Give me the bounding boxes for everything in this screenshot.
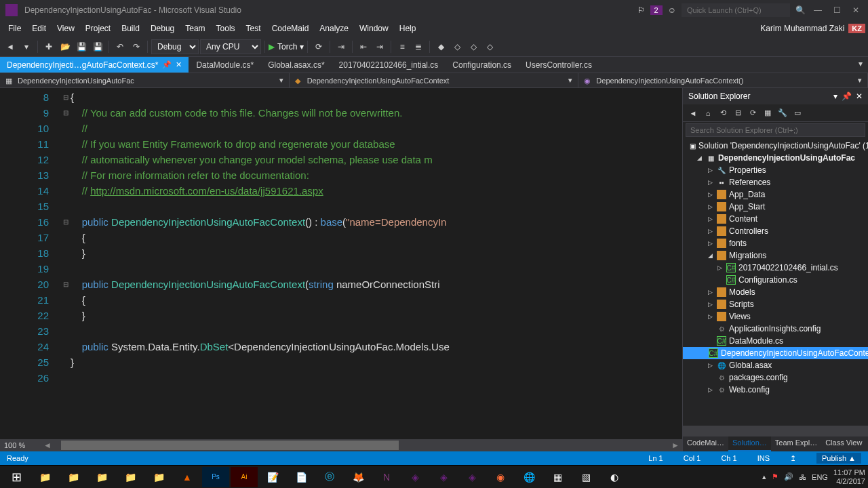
explorer-icon[interactable]: 📁 — [31, 467, 58, 487]
menu-test[interactable]: Test — [241, 22, 267, 35]
save-all-button[interactable]: 💾 — [90, 39, 105, 54]
explorer-icon-3[interactable]: 📁 — [88, 467, 115, 487]
menu-debug[interactable]: Debug — [145, 22, 180, 35]
config-select[interactable]: Debug — [151, 39, 199, 54]
tree-node[interactable]: ▷Controllers — [683, 225, 868, 237]
signed-in-user[interactable]: Karim Muhammad Zaki — [760, 24, 844, 33]
expand-icon[interactable]: ▷ — [706, 289, 714, 296]
menu-edit[interactable]: Edit — [26, 22, 52, 35]
tree-node[interactable]: ⚙packages.config — [683, 371, 868, 384]
photoshop-icon[interactable]: Ps — [202, 467, 229, 487]
menu-team[interactable]: Team — [180, 22, 210, 35]
solution-root[interactable]: ▣Solution 'DependencyInjectionUsingAutoF… — [683, 140, 868, 152]
expand-icon[interactable]: ▷ — [715, 264, 724, 271]
next-bookmark-button[interactable]: ◇ — [466, 39, 481, 54]
menu-file[interactable]: File — [3, 22, 26, 35]
start-button[interactable]: ⊞ — [3, 467, 30, 487]
zoom-level[interactable]: 100 % — [0, 441, 41, 449]
vs-icon-1[interactable]: ◈ — [401, 467, 429, 487]
prev-bookmark-button[interactable]: ◇ — [450, 39, 465, 54]
app-icon-2[interactable]: ▧ — [572, 467, 599, 487]
system-tray[interactable]: ▴ ⚑ 🔊 🖧 ENG 11:07 PM 4/2/2017 — [762, 468, 865, 485]
expand-icon[interactable]: ▷ — [706, 301, 714, 308]
tray-lang[interactable]: ENG — [812, 473, 828, 481]
editor-tab[interactable]: Global.asax.cs* — [261, 57, 332, 73]
editor-tab[interactable]: UsersController.cs — [519, 57, 599, 73]
menu-tools[interactable]: Tools — [211, 22, 241, 35]
properties-icon[interactable]: 🔧 — [776, 107, 789, 119]
chrome-icon[interactable]: 🌐 — [515, 467, 542, 487]
nav-class[interactable]: ◆DependencyInjectionUsingAutoFacContext▾ — [290, 73, 579, 87]
tree-node[interactable]: ▷Models — [683, 286, 868, 298]
run-button[interactable]: ▶Torch ▾ — [269, 42, 304, 52]
search-icon[interactable]: 🔍 — [795, 5, 806, 15]
firefox-icon[interactable]: 🦊 — [344, 467, 372, 487]
expand-icon[interactable]: ▷ — [706, 240, 714, 247]
tab-close-icon[interactable]: ✕ — [176, 60, 182, 69]
expand-icon[interactable]: ▷ — [706, 362, 714, 369]
browser-link-button[interactable]: ⟳ — [311, 39, 326, 54]
notepad-icon[interactable]: 📝 — [259, 467, 286, 487]
notepadpp-icon[interactable]: 📄 — [288, 467, 315, 487]
back-icon[interactable]: ◄ — [687, 107, 699, 119]
project-node[interactable]: ◢▦DependencyInjectionUsingAutoFac — [683, 152, 868, 164]
user-initials-badge[interactable]: KZ — [848, 24, 865, 33]
editor-tab[interactable]: Configuration.cs — [446, 57, 519, 73]
show-all-icon[interactable]: ▦ — [762, 107, 774, 119]
tree-node[interactable]: ▷⚙Web.config — [683, 384, 868, 396]
menu-view[interactable]: View — [52, 22, 80, 35]
new-button[interactable]: ✚ — [41, 39, 56, 54]
postman-icon[interactable]: ◉ — [487, 467, 514, 487]
tree-node[interactable]: ▷App_Start — [683, 201, 868, 213]
collapse-icon[interactable]: ⊟ — [732, 107, 744, 119]
expand-icon[interactable]: ▷ — [706, 313, 714, 320]
code-area[interactable]: { // You can add custom code to this fil… — [71, 88, 682, 439]
side-tab[interactable]: Solution… — [728, 436, 771, 451]
solution-search-input[interactable] — [686, 123, 865, 137]
tree-node[interactable]: ▷C#201704022102466_intial.cs — [683, 262, 868, 274]
editor-tab[interactable]: 201704022102466_intial.cs — [332, 57, 446, 73]
tree-node[interactable]: ▷Scripts — [683, 298, 868, 310]
hscroll-thumb[interactable] — [61, 441, 399, 450]
expand-icon[interactable]: ▷ — [706, 386, 714, 393]
platform-select[interactable]: Any CPU — [200, 39, 261, 54]
app-icon[interactable]: ▦ — [544, 467, 571, 487]
sync-icon[interactable]: ⟲ — [717, 107, 729, 119]
menu-window[interactable]: Window — [354, 22, 394, 35]
publish-button[interactable]: Publish ▲ — [816, 453, 861, 464]
comment-button[interactable]: ≡ — [395, 39, 410, 54]
dropdown-icon[interactable]: ▾ — [833, 92, 837, 101]
tree-node[interactable]: ▷🔧Properties — [683, 164, 868, 176]
side-tab[interactable]: Team Expl… — [771, 436, 821, 451]
nav-member[interactable]: ◉DependencyInjectionUsingAutoFacContext(… — [578, 73, 868, 87]
bookmark-button[interactable]: ◆ — [433, 39, 448, 54]
tray-volume-icon[interactable]: 🔊 — [784, 472, 793, 481]
expand-icon[interactable]: ◢ — [706, 252, 714, 259]
expand-icon[interactable]: ▷ — [706, 216, 714, 222]
notification-badge[interactable]: 2 — [650, 5, 663, 15]
tree-node[interactable]: ⚙ApplicationInsights.config — [683, 323, 868, 335]
editor-hscroll[interactable]: 100 % ◄ ► — [0, 439, 682, 451]
expand-icon[interactable]: ▷ — [706, 228, 714, 235]
indent-button[interactable]: ⇤ — [356, 39, 371, 54]
tree-node[interactable]: ▷🌐Global.asax — [683, 359, 868, 371]
vlc-icon[interactable]: ▲ — [174, 467, 201, 487]
open-button[interactable]: 📂 — [58, 39, 73, 54]
save-button[interactable]: 💾 — [74, 39, 89, 54]
expand-icon[interactable]: ▷ — [706, 179, 714, 186]
clear-bookmark-button[interactable]: ◇ — [482, 39, 497, 54]
minimize-button[interactable]: — — [811, 3, 825, 17]
menu-analyze[interactable]: Analyze — [314, 22, 354, 35]
pin-icon[interactable]: 📌 — [162, 60, 172, 69]
expand-icon[interactable]: ▷ — [706, 191, 714, 198]
menu-build[interactable]: Build — [116, 22, 145, 35]
step-button[interactable]: ⇥ — [334, 39, 349, 54]
app-icon-3[interactable]: ◐ — [601, 467, 628, 487]
tree-node[interactable]: ▷App_Data — [683, 188, 868, 201]
back-button[interactable]: ◄ — [3, 39, 18, 54]
explorer-icon-2[interactable]: 📁 — [60, 467, 87, 487]
home-icon[interactable]: ⌂ — [702, 107, 714, 119]
solution-tree[interactable]: ▣Solution 'DependencyInjectionUsingAutoF… — [683, 138, 868, 426]
explorer-icon-4[interactable]: 📁 — [117, 467, 144, 487]
editor-tab[interactable]: DependencyInjecti…gAutoFacContext.cs*📌✕ — [0, 57, 189, 73]
